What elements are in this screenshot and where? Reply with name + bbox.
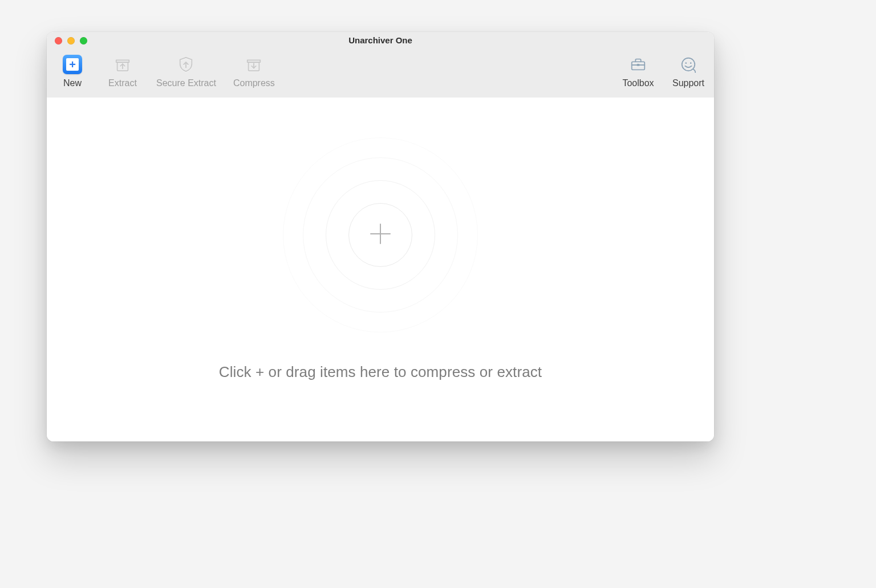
titlebar: Unarchiver One <box>47 32 714 49</box>
new-label: New <box>63 78 82 88</box>
plus-icon <box>367 221 394 249</box>
compress-button[interactable]: Compress <box>233 51 275 88</box>
toolbar: + New Extract <box>47 49 714 100</box>
compress-label: Compress <box>233 78 275 88</box>
close-button[interactable] <box>55 37 62 44</box>
toolbox-icon <box>630 56 647 73</box>
shield-icon <box>177 56 194 73</box>
support-icon <box>680 56 697 73</box>
drop-hint-text: Click + or drag items here to compress o… <box>219 363 542 381</box>
window-controls <box>55 37 87 44</box>
new-button[interactable]: + New <box>56 51 89 88</box>
secure-extract-button[interactable]: Secure Extract <box>156 51 216 88</box>
new-file-icon: + <box>63 55 82 74</box>
main-drop-area[interactable]: Click + or drag items here to compress o… <box>47 98 714 441</box>
svg-point-3 <box>685 62 687 64</box>
toolbox-button[interactable]: Toolbox <box>622 51 655 88</box>
zoom-button[interactable] <box>80 37 87 44</box>
extract-icon <box>114 56 131 73</box>
extract-label: Extract <box>108 78 137 88</box>
compress-icon <box>245 56 262 73</box>
app-window: Unarchiver One + New <box>47 32 714 441</box>
support-label: Support <box>672 78 704 88</box>
svg-rect-1 <box>637 64 640 66</box>
extract-button[interactable]: Extract <box>106 51 139 88</box>
add-files-target[interactable] <box>286 141 474 329</box>
toolbox-label: Toolbox <box>622 78 654 88</box>
svg-point-4 <box>690 62 692 64</box>
window-title: Unarchiver One <box>47 32 714 49</box>
minimize-button[interactable] <box>67 37 75 44</box>
secure-extract-label: Secure Extract <box>156 78 216 88</box>
support-button[interactable]: Support <box>672 51 705 88</box>
